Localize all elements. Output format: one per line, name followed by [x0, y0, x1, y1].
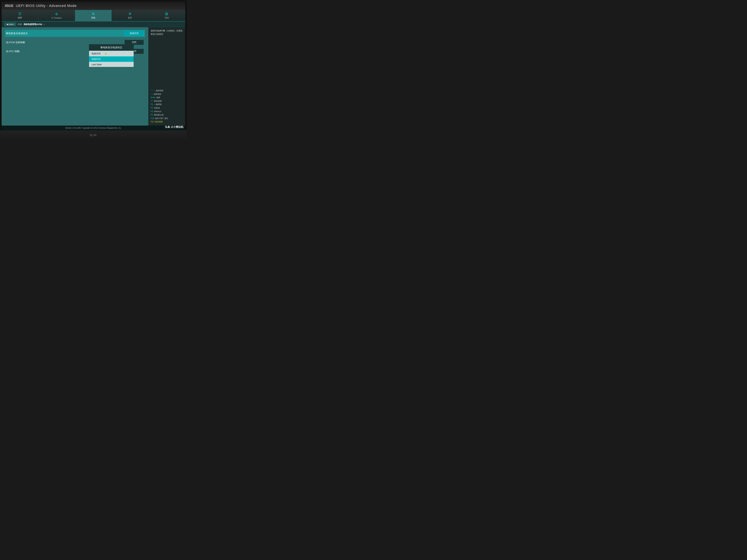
dropdown-item-0[interactable]: 电源关闭 ▶ — [89, 51, 134, 56]
dropdown-title: 断电恢复后电源状态 — [89, 45, 134, 51]
back-button[interactable]: ◀ Back — [4, 23, 16, 26]
boot-icon: ⏻ — [165, 12, 168, 16]
back-arrow-icon: ◀ — [6, 23, 8, 26]
setting-row-power-state[interactable]: 断电恢复后电源状态 电源关闭 — [5, 30, 145, 37]
dropdown-item-0-label: 电源关闭 — [92, 52, 101, 55]
key-hint-f1: F1: 一般帮助 — [151, 103, 183, 106]
breadcrumb-bar: ◀ Back 高级\ 高级电源管理(APM) > — [2, 22, 185, 27]
nav-tabs: ☰ 概要 ⚙ Ai Tweaker 🖥 高级 ⚙ 监控 ⏻ 启动 — [2, 10, 185, 22]
dropdown-items: 电源关闭 ▶ 电源开启 Last State — [89, 51, 134, 67]
key-hint-f5: F5: 最佳默认值 — [151, 113, 183, 117]
tab-advanced-label: 高级 — [91, 16, 95, 19]
tab-monitor-label: 监控 — [128, 16, 132, 19]
setting-label-pcie: 由 PCIE 设备映醒 — [6, 41, 25, 44]
ai-tweaker-icon: ⚙ — [55, 12, 58, 16]
sidebar-help-text: 选择当电源中断（G3状态）后系统将进入的状态 — [151, 29, 183, 36]
key-hint-updown: ↑↓: 选择项目 — [151, 92, 183, 96]
title-bar: /ISUS UEFI BIOS Utility - Advanced Mode — [2, 2, 185, 10]
tab-advanced[interactable]: 🖥 高级 — [75, 10, 112, 22]
key-hint-f2: F2: 先前值 — [151, 106, 183, 110]
advanced-icon: 🖥 — [92, 12, 95, 16]
watermark-label: 头条 @小熊玩机 — [165, 126, 183, 129]
key-hint-arrows: →←: 选择画面 — [151, 89, 183, 92]
monitor-bottom-bar: GIH — [0, 130, 187, 140]
setting-label-rtc: 由 RTC 映醒 — [6, 50, 20, 53]
key-hint-f12: F12: 储存画面 — [151, 120, 183, 124]
footer-bar: Version 2.10.1208. Copyright (C) 2012 Am… — [2, 126, 185, 130]
tab-boot[interactable]: ⏻ 启动 — [148, 10, 185, 21]
right-sidebar: 选择当电源中断（G3状态）后系统将进入的状态 →←: 选择画面 ↑↓: 选择项目… — [148, 27, 185, 126]
overview-icon: ☰ — [19, 12, 21, 16]
bios-screen: /ISUS UEFI BIOS Utility - Advanced Mode … — [2, 2, 185, 130]
main-area: 断电恢复后电源状态 电源关闭 由 PCIE 设备映醒 关闭 由 RTC 映醒 关… — [2, 27, 185, 126]
key-hint-plusminus: +/-: 更改选项 — [151, 100, 183, 103]
asus-logo: /ISUS — [5, 4, 13, 8]
setting-label-power-state: 断电恢复后电源状态 — [6, 32, 28, 35]
tab-overview[interactable]: ☰ 概要 — [2, 10, 38, 21]
tab-boot-label: 启动 — [164, 16, 169, 19]
monitor-icon: ⚙ — [129, 12, 131, 16]
sidebar-keys: →←: 选择画面 ↑↓: 选择项目 Enter: 选择 +/-: 更改选项 F1… — [151, 89, 183, 124]
cursor-icon: ▶ — [105, 52, 107, 55]
monitor-brand-label: GIH — [90, 134, 97, 137]
title-text: UEFI BIOS Utility - Advanced Mode — [16, 4, 77, 8]
tab-monitor[interactable]: ⚙ 监控 — [112, 10, 148, 21]
dropdown-item-1[interactable]: 电源开启 — [89, 56, 134, 62]
breadcrumb-arrow: > — [43, 23, 45, 26]
dropdown-menu[interactable]: 断电恢复后电源状态 电源关闭 ▶ 电源开启 Last State — [89, 44, 134, 67]
left-content: 断电恢复后电源状态 电源关闭 由 PCIE 设备映醒 关闭 由 RTC 映醒 关… — [2, 27, 148, 126]
key-hint-f10: F10: 保存 ESC: 退出 — [151, 117, 183, 120]
tab-overview-label: 概要 — [18, 16, 22, 19]
breadcrumb-current: 高级电源管理(APM) — [24, 23, 42, 26]
tab-ai-tweaker-label: Ai Tweaker — [52, 17, 62, 19]
back-label: Back — [9, 23, 14, 26]
dropdown-item-1-label: 电源开启 — [92, 58, 101, 61]
key-hint-f3: F3: Shortcut — [151, 110, 183, 113]
setting-btn-power-state[interactable]: 电源关闭 — [125, 31, 144, 36]
breadcrumb-path: 高级\ — [18, 23, 22, 26]
footer-text: Version 2.10.1208. Copyright (C) 2012 Am… — [65, 127, 122, 129]
dropdown-item-2-label: Last State — [92, 63, 102, 66]
tab-ai-tweaker[interactable]: ⚙ Ai Tweaker — [38, 10, 75, 21]
key-hint-enter: Enter: 选择 — [151, 96, 183, 100]
dropdown-item-2[interactable]: Last State — [89, 62, 134, 67]
monitor-bezel: /ISUS UEFI BIOS Utility - Advanced Mode … — [0, 0, 187, 140]
